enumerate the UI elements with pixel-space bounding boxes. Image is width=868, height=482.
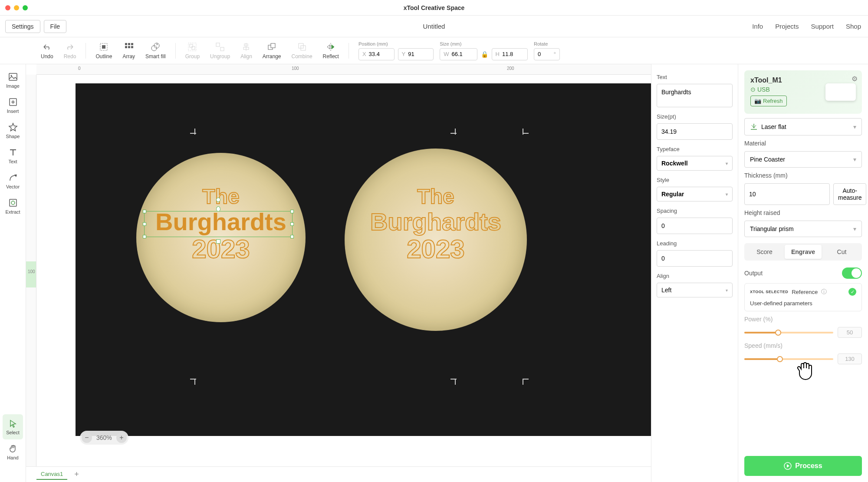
text-icon bbox=[8, 148, 18, 157]
anchor-handle[interactable] bbox=[216, 206, 220, 211]
resize-handle[interactable] bbox=[143, 222, 146, 226]
position-x-input[interactable]: X bbox=[358, 48, 395, 60]
resize-handle[interactable] bbox=[290, 235, 294, 238]
auto-measure-button[interactable]: Auto-measure bbox=[833, 183, 866, 205]
add-canvas-button[interactable]: + bbox=[71, 470, 82, 479]
combine-button: Combine bbox=[287, 41, 317, 60]
spacing-label: Spacing bbox=[657, 208, 733, 214]
tab-cut[interactable]: Cut bbox=[823, 245, 860, 259]
tab-score[interactable]: Score bbox=[746, 245, 783, 259]
typeface-select[interactable]: Rockwell▾ bbox=[657, 156, 733, 171]
svg-point-31 bbox=[11, 201, 15, 205]
maximize-button[interactable] bbox=[23, 5, 28, 10]
leading-input[interactable] bbox=[657, 250, 733, 267]
zoom-out-button[interactable]: − bbox=[82, 432, 92, 443]
rotate-input[interactable]: ° bbox=[534, 48, 560, 60]
resize-handle[interactable] bbox=[290, 210, 294, 213]
size-group: Size (mm) W 🔒 H bbox=[440, 41, 528, 60]
leading-label: Leading bbox=[657, 240, 733, 247]
size-h-input[interactable]: H bbox=[492, 48, 528, 60]
power-slider[interactable] bbox=[744, 332, 833, 333]
info-link[interactable]: Info bbox=[752, 23, 763, 30]
size-label: Size(pt) bbox=[657, 113, 733, 120]
size-w-input[interactable]: W bbox=[440, 48, 477, 60]
style-select[interactable]: Regular▾ bbox=[657, 187, 733, 201]
selection-bounding-box[interactable] bbox=[144, 211, 293, 237]
titlebar: xTool Creative Space bbox=[0, 0, 868, 16]
minimize-button[interactable] bbox=[14, 5, 19, 10]
canvas-tab-1[interactable]: Canvas1 bbox=[36, 469, 67, 480]
toolbar: Undo Redo Outline Array Smart fill Group… bbox=[0, 37, 868, 64]
shop-link[interactable]: Shop bbox=[846, 23, 861, 30]
thickness-input[interactable] bbox=[744, 183, 830, 205]
output-row: Output bbox=[744, 267, 862, 279]
outline-button[interactable]: Outline bbox=[91, 41, 116, 60]
undo-button[interactable]: Undo bbox=[36, 41, 58, 60]
align-select[interactable]: Left▾ bbox=[657, 283, 733, 297]
array-button[interactable]: Array bbox=[118, 41, 139, 60]
rail-extract[interactable]: Extract bbox=[0, 194, 26, 219]
slider-thumb[interactable] bbox=[777, 356, 783, 362]
rail-select[interactable]: Select bbox=[3, 414, 23, 439]
arrange-button[interactable]: Arrange bbox=[258, 41, 286, 60]
settings-button[interactable]: Settings bbox=[5, 20, 40, 33]
power-value: 50 bbox=[838, 327, 862, 338]
support-link[interactable]: Support bbox=[811, 23, 834, 30]
text-properties-panel: Text Burghardts Size(pt) Typeface Rockwe… bbox=[651, 64, 738, 482]
text-input[interactable]: Burghardts bbox=[657, 84, 733, 107]
refresh-button[interactable]: 📷Refresh bbox=[750, 96, 787, 106]
output-label: Output bbox=[744, 270, 763, 277]
speed-slider[interactable] bbox=[744, 358, 833, 360]
chevron-down-icon: ▾ bbox=[853, 123, 856, 130]
resize-handle[interactable] bbox=[290, 222, 294, 226]
lock-aspect-icon[interactable]: 🔒 bbox=[481, 51, 488, 58]
zoom-value: 360% bbox=[95, 434, 114, 441]
projects-link[interactable]: Projects bbox=[775, 23, 799, 30]
info-icon[interactable]: ⓘ bbox=[821, 288, 827, 296]
rail-insert[interactable]: Insert bbox=[0, 93, 26, 118]
bend-handle[interactable] bbox=[216, 239, 220, 244]
reflect-button[interactable]: Reflect bbox=[319, 41, 343, 60]
ruler-vertical: 100 bbox=[26, 75, 36, 466]
tab-engrave[interactable]: Engrave bbox=[785, 245, 822, 259]
user-params-row[interactable]: User-defined parameters bbox=[750, 300, 856, 307]
rail-vector[interactable]: Vector bbox=[0, 168, 26, 194]
smartfill-button[interactable]: Smart fill bbox=[141, 41, 170, 60]
material-select[interactable]: Pine Coaster▾ bbox=[744, 151, 862, 168]
rotate-handle[interactable] bbox=[216, 198, 220, 202]
rail-text[interactable]: Text bbox=[0, 143, 26, 168]
power-label: Power (%) bbox=[744, 316, 862, 323]
close-button[interactable] bbox=[5, 5, 10, 10]
app-title: xTool Creative Space bbox=[404, 4, 465, 11]
size-input[interactable] bbox=[657, 123, 733, 140]
rail-image[interactable]: Image bbox=[0, 68, 26, 93]
mode-select[interactable]: Laser flat ▾ bbox=[744, 118, 862, 135]
file-button[interactable]: File bbox=[44, 20, 67, 33]
window-controls bbox=[5, 5, 28, 10]
gear-icon[interactable]: ⚙ bbox=[852, 75, 858, 83]
thickness-label: Thickness (mm) bbox=[744, 172, 862, 179]
canvas-body[interactable]: The Burghardts 2023 The Burghardts 2023 bbox=[36, 75, 651, 466]
resize-handle[interactable] bbox=[143, 235, 146, 238]
slider-thumb[interactable] bbox=[775, 330, 781, 336]
height-select[interactable]: Triangular prism▾ bbox=[744, 221, 862, 237]
engraved-text-right[interactable]: The Burghardts 2023 bbox=[353, 185, 518, 264]
rail-hand[interactable]: Hand bbox=[0, 439, 26, 465]
crop-mark-icon bbox=[188, 127, 196, 135]
rotate-group: Rotate ° bbox=[534, 41, 560, 60]
zoom-in-button[interactable]: + bbox=[116, 432, 127, 443]
menubar-right: Info Projects Support Shop bbox=[752, 23, 861, 30]
reference-row[interactable]: XTOOL SELECTED Reference ⓘ ✓ bbox=[750, 288, 856, 296]
spacing-input[interactable] bbox=[657, 218, 733, 234]
device-panel: ⚙ xTool_M1 ⊙USB 📷Refresh Laser flat ▾ Ma… bbox=[738, 64, 868, 482]
output-toggle[interactable] bbox=[842, 267, 862, 279]
resize-handle[interactable] bbox=[143, 210, 146, 213]
select-icon bbox=[8, 419, 18, 428]
svg-rect-1 bbox=[102, 45, 105, 49]
svg-rect-14 bbox=[220, 47, 224, 51]
process-button[interactable]: Process bbox=[744, 456, 862, 476]
undo-icon bbox=[42, 42, 52, 52]
position-y-input[interactable]: Y bbox=[398, 48, 434, 60]
xtool-selected-badge: XTOOL SELECTED bbox=[750, 290, 788, 294]
rail-shape[interactable]: Shape bbox=[0, 118, 26, 143]
